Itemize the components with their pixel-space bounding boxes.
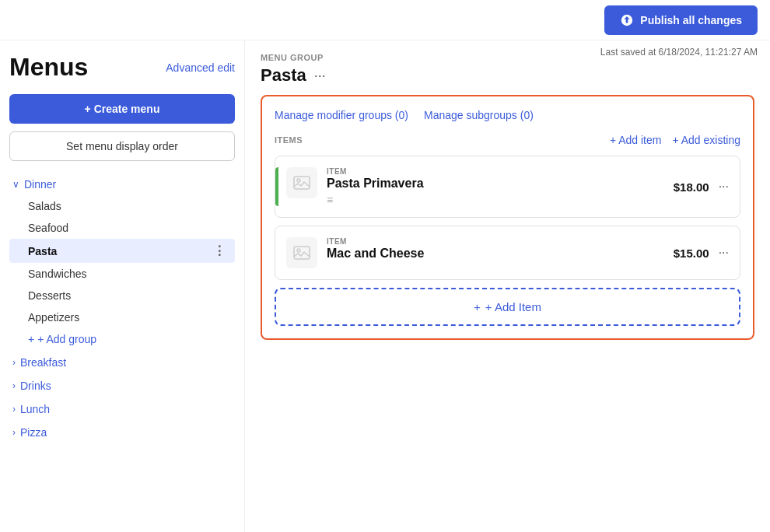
pasta-more-icon[interactable]: ⋮ [210,243,229,258]
sidebar-title: Menus [9,53,88,82]
menu-group-more-icon[interactable]: ··· [314,68,326,84]
create-menu-button[interactable]: + Create menu [9,94,235,124]
modifier-row: Manage modifier groups (0) Manage subgro… [275,109,740,121]
nav-group-header-drinks[interactable]: › Drinks [9,375,235,397]
chevron-right-icon-lunch: › [12,404,16,415]
add-existing-link[interactable]: + Add existing [672,134,740,146]
item-image-placeholder [286,167,317,198]
table-row: ITEM Pasta Primavera ≡ $18.00 ··· [275,156,740,218]
nav-group-header-lunch[interactable]: › Lunch [9,398,235,420]
add-item-dashed-label: + Add Item [485,300,541,313]
main-layout: Menus Advanced edit + Create menu Set me… [0,40,770,532]
item-price: $18.00 [674,180,709,194]
svg-rect-2 [294,247,310,259]
item-type-label-2: ITEM [327,237,674,246]
add-group-label: + Add group [37,333,96,345]
sidebar-item-seafood[interactable]: Seafood [9,217,235,239]
nav-group-header-pizza[interactable]: › Pizza [9,422,235,443]
table-row: ITEM Mac and Cheese $15.00 ··· [275,226,740,280]
add-item-dashed-button[interactable]: + + Add Item [275,288,740,326]
chevron-down-icon: ∨ [12,179,19,190]
nav-group-pizza: › Pizza [9,422,235,443]
nav-group-label-pizza: Pizza [20,426,47,439]
svg-rect-0 [294,177,310,189]
sidebar-item-sandwiches[interactable]: Sandwiches [9,263,235,285]
drag-handle-icon[interactable]: ≡ [327,194,674,206]
item-price-2: $15.00 [674,247,709,260]
items-actions: + Add item + Add existing [610,134,740,146]
item-info: ITEM Pasta Primavera ≡ [327,167,674,206]
plus-icon-add: + [474,300,481,313]
manage-subgroups-link[interactable]: Manage subgroups (0) [424,109,534,121]
sidebar-item-appetizers[interactable]: Appetizers [9,306,235,328]
content-panel: Manage modifier groups (0) Manage subgro… [261,95,754,340]
nav-item-row-pasta: Pasta ⋮ [28,243,229,258]
manage-modifier-link[interactable]: Manage modifier groups (0) [275,109,408,121]
menu-group-header: Pasta ··· [261,65,754,86]
svg-point-3 [297,249,300,252]
nav-group-dinner: ∨ Dinner Salads Seafood Pasta ⋮ Sandwich… [9,173,235,350]
item-accent-green [275,167,278,206]
items-header: ITEMS + Add item + Add existing [275,134,740,146]
sidebar: Menus Advanced edit + Create menu Set me… [0,40,245,532]
chevron-right-icon-pizza: › [12,427,16,438]
sidebar-item-pasta-label: Pasta [28,245,57,257]
items-label: ITEMS [275,135,303,145]
item-more-icon-2[interactable]: ··· [719,246,729,260]
image-placeholder-icon [292,173,311,192]
nav-group-label-breakfast: Breakfast [20,356,66,369]
sidebar-item-pasta[interactable]: Pasta ⋮ [9,239,235,263]
nav-group-drinks: › Drinks [9,375,235,397]
advanced-edit-link[interactable]: Advanced edit [166,61,235,74]
add-item-link[interactable]: + Add item [610,134,662,146]
item-info-2: ITEM Mac and Cheese [327,237,674,261]
sidebar-item-desserts[interactable]: Desserts [9,285,235,306]
publish-button[interactable]: Publish all changes [604,5,758,35]
sidebar-header: Menus Advanced edit [9,53,235,82]
image-placeholder-icon-2 [292,243,311,262]
nav-group-label-lunch: Lunch [20,403,50,415]
item-image-placeholder-2 [286,237,317,268]
save-status: Last saved at 6/18/2024, 11:21:27 AM [600,47,758,58]
svg-point-1 [297,179,300,182]
add-group-button[interactable]: + + Add group [9,328,235,350]
item-type-label: ITEM [327,167,674,176]
main-content: MENU GROUP Pasta ··· Manage modifier gro… [245,40,770,532]
item-more-icon[interactable]: ··· [719,180,729,194]
nav-group-lunch: › Lunch [9,398,235,420]
plus-icon: + [28,333,34,345]
nav-group-label-dinner: Dinner [24,178,56,191]
item-name: Pasta Primavera [327,177,674,191]
nav-group-header-dinner[interactable]: ∨ Dinner [9,173,235,195]
nav-group-label-drinks: Drinks [20,380,51,392]
nav-group-breakfast: › Breakfast [9,352,235,373]
nav-group-header-breakfast[interactable]: › Breakfast [9,352,235,373]
chevron-right-icon-breakfast: › [12,357,16,368]
set-order-button[interactable]: Set menu display order [9,131,235,161]
publish-icon [620,13,634,27]
menu-group-name: Pasta [261,65,306,86]
top-bar: Publish all changes [0,0,770,40]
sidebar-item-salads[interactable]: Salads [9,195,235,217]
item-name-2: Mac and Cheese [327,247,674,261]
chevron-right-icon-drinks: › [12,380,16,391]
